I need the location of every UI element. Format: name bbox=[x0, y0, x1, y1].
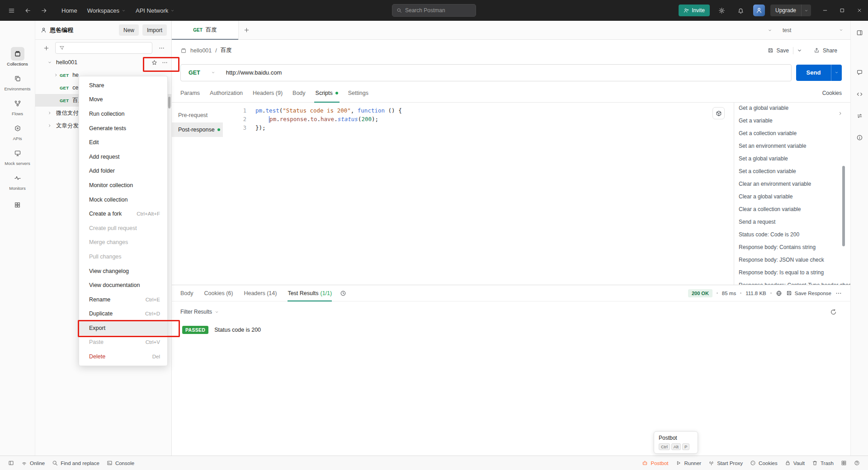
statusbar-vault[interactable]: Vault bbox=[781, 456, 808, 470]
snippet-clear-an-environment-variable[interactable]: Clear an environment variable bbox=[739, 178, 850, 190]
menu-item-share[interactable]: Share bbox=[79, 78, 167, 93]
snippet-clear-a-collection-variable[interactable]: Clear a collection variable bbox=[739, 203, 850, 216]
snippet-get-a-collection-variable[interactable]: Get a collection variable bbox=[739, 127, 850, 140]
menu-item-create-a-fork[interactable]: Create a forkCtrl+Alt+F bbox=[79, 207, 167, 221]
request-tab-authorization[interactable]: Authorization bbox=[205, 84, 248, 102]
snippet-response-body-json-value-check[interactable]: Response body: JSON value check bbox=[739, 254, 850, 266]
snippet-set-a-global-variable[interactable]: Set a global variable bbox=[739, 152, 850, 165]
response-more-icon[interactable] bbox=[835, 290, 842, 296]
upgrade-button[interactable]: Upgrade bbox=[770, 5, 811, 16]
send-button[interactable]: Send bbox=[796, 65, 842, 81]
statusbar-console[interactable]: Console bbox=[103, 456, 138, 470]
invite-button[interactable]: Invite bbox=[679, 5, 710, 16]
statusbar-start-proxy[interactable]: Start Proxy bbox=[705, 456, 746, 470]
statusbar-online-status[interactable]: Online bbox=[18, 456, 48, 470]
rail-item-monitors[interactable]: Monitors bbox=[0, 170, 35, 192]
settings-gear-icon[interactable] bbox=[715, 4, 729, 17]
menu-item-run-collection[interactable]: Run collection bbox=[79, 107, 167, 121]
filter-collections-input[interactable] bbox=[55, 42, 152, 54]
upgrade-chevron-icon[interactable] bbox=[801, 5, 811, 16]
tab-overflow-icon[interactable] bbox=[764, 25, 775, 36]
comments-icon[interactable] bbox=[853, 66, 866, 79]
statusbar-runner[interactable]: Runner bbox=[672, 456, 705, 470]
nav-workspaces[interactable]: Workspaces bbox=[83, 5, 130, 17]
request-tab[interactable]: GET 百度 bbox=[172, 21, 239, 39]
save-response-button[interactable]: Save Response bbox=[786, 290, 831, 296]
workspace-title[interactable]: 恩爸编程 bbox=[41, 26, 115, 34]
window-close-button[interactable] bbox=[851, 0, 868, 21]
forward-icon[interactable] bbox=[37, 4, 51, 17]
chevron-right-icon[interactable] bbox=[46, 111, 53, 115]
menu-item-mock-collection[interactable]: Mock collection bbox=[79, 193, 167, 207]
response-tab-body[interactable]: Body bbox=[180, 285, 193, 301]
menu-item-add-folder[interactable]: Add folder bbox=[79, 164, 167, 179]
chevron-right-icon[interactable] bbox=[52, 73, 60, 77]
more-options-icon[interactable] bbox=[162, 60, 168, 66]
sidebar-scrollbar[interactable] bbox=[168, 97, 170, 108]
response-tab-test-results[interactable]: Test Results (1/1) bbox=[288, 285, 332, 301]
window-minimize-button[interactable] bbox=[816, 0, 834, 21]
import-button[interactable]: Import bbox=[142, 24, 167, 36]
snippet-response-body-is-equal-to-a-string[interactable]: Response body: Is equal to a string bbox=[739, 266, 850, 279]
collection-row-hello001[interactable]: hello001 bbox=[35, 56, 171, 69]
rail-item-apis[interactable]: APIs bbox=[0, 121, 35, 142]
snippet-status-code-code-is-200[interactable]: Status code: Code is 200 bbox=[739, 228, 850, 241]
statusbar-trash[interactable]: Trash bbox=[808, 456, 837, 470]
rail-item-mock-servers[interactable]: Mock servers bbox=[0, 146, 35, 167]
menu-item-duplicate[interactable]: DuplicateCtrl+D bbox=[79, 307, 167, 321]
collapse-snippets-icon[interactable] bbox=[838, 111, 843, 116]
statusbar-cookies[interactable]: Cookies bbox=[746, 456, 781, 470]
new-button[interactable]: New bbox=[119, 24, 139, 36]
menu-item-delete[interactable]: DeleteDel bbox=[79, 349, 167, 364]
snippet-get-a-variable[interactable]: Get a variable bbox=[739, 114, 850, 127]
apps-grid-icon[interactable] bbox=[14, 202, 21, 208]
request-tab-scripts[interactable]: Scripts bbox=[311, 84, 343, 102]
method-selector[interactable]: GET bbox=[181, 70, 222, 76]
environment-selector[interactable]: test bbox=[779, 25, 847, 35]
related-requests-icon[interactable] bbox=[853, 109, 866, 122]
save-button[interactable]: Save bbox=[764, 44, 806, 57]
request-tab-headers-9[interactable]: Headers (9) bbox=[248, 84, 288, 102]
avatar[interactable] bbox=[753, 5, 765, 16]
statusbar-toggle-sidebar[interactable] bbox=[5, 456, 18, 470]
add-collection-icon[interactable] bbox=[41, 42, 52, 53]
snippet-get-a-global-variable[interactable]: Get a global variable bbox=[739, 103, 850, 114]
menu-item-edit[interactable]: Edit bbox=[79, 135, 167, 150]
save-options-chevron-icon[interactable] bbox=[793, 47, 806, 54]
snippet-response-headers-content-type-header-check[interactable]: Response headers: Content-Type header ch… bbox=[739, 279, 850, 285]
statusbar-split-pane[interactable] bbox=[837, 456, 850, 470]
response-tab-cookies-6[interactable]: Cookies (6) bbox=[204, 285, 233, 301]
menu-item-view-changelog[interactable]: View changelog bbox=[79, 264, 167, 278]
chevron-right-icon[interactable] bbox=[46, 123, 53, 128]
url-input[interactable]: http://www.baidu.com bbox=[222, 69, 791, 76]
new-tab-icon[interactable] bbox=[239, 21, 254, 39]
share-button[interactable]: Share bbox=[809, 44, 842, 57]
snippet-clear-a-global-variable[interactable]: Clear a global variable bbox=[739, 190, 850, 203]
global-search-input[interactable]: Search Postman bbox=[392, 4, 476, 17]
hamburger-menu-icon[interactable] bbox=[5, 4, 18, 17]
statusbar-find-and-replace[interactable]: Find and replace bbox=[48, 456, 103, 470]
request-tab-settings[interactable]: Settings bbox=[343, 84, 373, 102]
send-options-chevron-icon[interactable] bbox=[831, 65, 842, 81]
pre-request-subtab[interactable]: Pre-request bbox=[172, 108, 223, 122]
snippet-send-a-request[interactable]: Send a request bbox=[739, 216, 850, 228]
snippet-response-body-contains-string[interactable]: Response body: Contains string bbox=[739, 241, 850, 254]
sidebar-more-icon[interactable] bbox=[156, 42, 167, 53]
breadcrumb-collection[interactable]: hello001 bbox=[190, 47, 212, 54]
menu-item-add-request[interactable]: Add request bbox=[79, 150, 167, 164]
menu-item-generate-tests[interactable]: Generate tests bbox=[79, 121, 167, 136]
star-icon[interactable] bbox=[151, 60, 157, 66]
menu-item-rename[interactable]: RenameCtrl+E bbox=[79, 292, 167, 307]
nav-home[interactable]: Home bbox=[57, 5, 82, 17]
menu-item-export[interactable]: Export bbox=[79, 321, 167, 335]
window-maximize-button[interactable] bbox=[834, 0, 851, 21]
script-editor[interactable]: 1pm.test("Status code is 200", function … bbox=[223, 103, 734, 285]
menu-item-monitor-collection[interactable]: Monitor collection bbox=[79, 178, 167, 193]
rail-item-environments[interactable]: Environments bbox=[0, 71, 35, 92]
menu-item-view-documentation[interactable]: View documentation bbox=[79, 278, 167, 292]
refresh-icon[interactable] bbox=[830, 309, 837, 315]
snippet-set-a-collection-variable[interactable]: Set a collection variable bbox=[739, 165, 850, 178]
filter-results-dropdown[interactable]: Filter Results bbox=[172, 301, 227, 315]
rail-item-collections[interactable]: Collections bbox=[0, 46, 35, 67]
code-snippet-icon[interactable] bbox=[853, 88, 866, 100]
